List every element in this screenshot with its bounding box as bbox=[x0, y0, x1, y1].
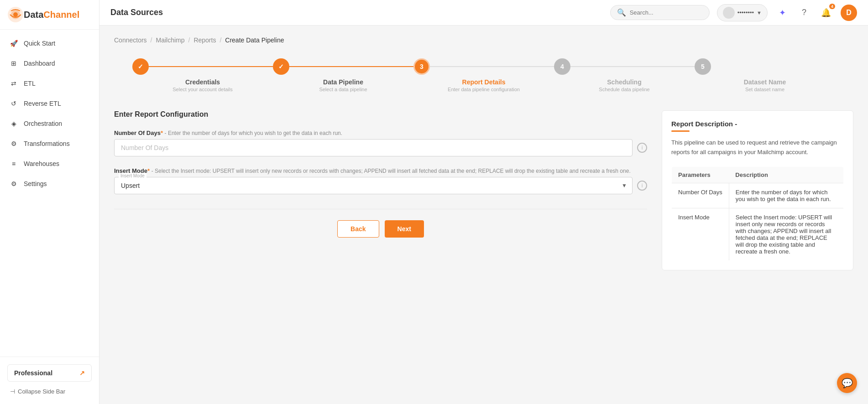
sidebar-item-label: Dashboard bbox=[24, 60, 55, 67]
step-3-line bbox=[430, 66, 554, 67]
settings-icon: ⚙ bbox=[9, 179, 18, 188]
search-box[interactable]: 🔍 bbox=[610, 5, 710, 20]
sidebar-item-label: Transformations bbox=[24, 140, 70, 147]
etl-icon: ⇄ bbox=[9, 79, 18, 88]
form-actions: Back Next bbox=[114, 220, 647, 238]
param-desc: Select the Insert mode: UPSERT will inse… bbox=[729, 208, 843, 260]
sparkle-icon: ✦ bbox=[779, 8, 786, 18]
step-3-label: Report Details bbox=[448, 78, 520, 86]
breadcrumb-mailchimp[interactable]: Mailchimp bbox=[156, 36, 184, 44]
sidebar-item-label: Reverse ETL bbox=[24, 100, 61, 107]
notifications-button[interactable]: 🔔 4 bbox=[819, 5, 833, 20]
topbar-right: 🔍 •••••••• ▼ ✦ ? 🔔 4 D bbox=[610, 4, 857, 21]
insert-mode-info-icon[interactable]: i bbox=[637, 181, 647, 191]
sparkle-button[interactable]: ✦ bbox=[775, 5, 790, 20]
professional-badge[interactable]: Professional ↗ bbox=[7, 364, 92, 382]
insert-mode-label: Insert Mode* - Select the Insert mode: U… bbox=[114, 167, 647, 174]
sidebar-item-reverse-etl[interactable]: ↺ Reverse ETL bbox=[0, 93, 99, 114]
sidebar-item-transformations[interactable]: ⚙ Transformations bbox=[0, 134, 99, 154]
step-4-circle: 4 bbox=[554, 58, 570, 75]
step-2-label: Data Pipeline bbox=[319, 78, 367, 86]
param-name: Insert Mode bbox=[672, 208, 729, 260]
step-2-desc: Select a data pipeline bbox=[319, 87, 367, 92]
bell-icon: 🔔 bbox=[821, 8, 831, 18]
sidebar-item-etl[interactable]: ⇄ ETL bbox=[0, 73, 99, 93]
table-row: Number Of Days Enter the number of days … bbox=[672, 183, 844, 208]
topbar: Data Sources 🔍 •••••••• ▼ ✦ ? 🔔 4 D bbox=[99, 0, 868, 26]
step-1-line bbox=[149, 66, 273, 67]
grid-icon: ⊞ bbox=[9, 59, 18, 68]
help-icon: ? bbox=[802, 8, 806, 17]
sidebar-item-label: Warehouses bbox=[24, 160, 59, 167]
help-button[interactable]: ? bbox=[797, 5, 811, 20]
logo-channel-text: Channel bbox=[43, 10, 79, 20]
collapse-label: Collapse Side Bar bbox=[18, 388, 65, 395]
main-content: Data Sources 🔍 •••••••• ▼ ✦ ? 🔔 4 D bbox=[99, 0, 868, 404]
user-account-dropdown[interactable]: •••••••• ▼ bbox=[717, 4, 768, 21]
sidebar-item-label: ETL bbox=[24, 80, 36, 87]
search-input[interactable] bbox=[630, 9, 703, 16]
notifications-badge: 4 bbox=[829, 4, 835, 9]
form-section-title: Enter Report Configuration bbox=[114, 110, 647, 119]
rocket-icon: 🚀 bbox=[9, 39, 18, 48]
sidebar-footer: Professional ↗ ⊣ Collapse Side Bar bbox=[0, 357, 99, 404]
number-of-days-label: Number Of Days* - Enter the number of da… bbox=[114, 129, 647, 136]
external-link-icon: ↗ bbox=[79, 369, 85, 377]
number-of-days-group: Number Of Days* - Enter the number of da… bbox=[114, 129, 647, 156]
step-5-label: Dataset Name bbox=[744, 78, 786, 86]
sidebar-item-label: Quick Start bbox=[24, 40, 55, 47]
params-col-header: Parameters bbox=[672, 166, 729, 183]
step-4-desc: Schedule data pipeline bbox=[599, 87, 649, 92]
chat-icon: 💬 bbox=[842, 378, 853, 388]
page-title: Data Sources bbox=[110, 8, 163, 17]
step-3-desc: Enter data pipeline configuration bbox=[448, 87, 520, 92]
content-area: Connectors / Mailchimp / Reports / Creat… bbox=[99, 26, 868, 404]
sidebar-item-quick-start[interactable]: 🚀 Quick Start bbox=[0, 33, 99, 53]
number-of-days-input[interactable] bbox=[114, 139, 633, 156]
form-divider bbox=[114, 209, 647, 209]
insert-mode-group: Insert Mode* - Select the Insert mode: U… bbox=[114, 167, 647, 194]
chevron-down-icon: ▼ bbox=[757, 10, 762, 16]
right-panel: Report Description - This pipeline can b… bbox=[662, 110, 853, 270]
logo: DataChannel bbox=[0, 0, 99, 30]
sidebar-item-label: Settings bbox=[24, 180, 47, 187]
breadcrumb-reports[interactable]: Reports bbox=[193, 36, 216, 44]
step-dataset-name: 5 Dataset Name Set dataset name bbox=[695, 58, 835, 92]
step-data-pipeline: ✓ Data Pipeline Select a data pipeline bbox=[273, 58, 413, 92]
user-avatar-sm bbox=[723, 7, 735, 19]
steps-container: ✓ Credentials Select your account detail… bbox=[114, 58, 853, 92]
sidebar-item-orchestration[interactable]: ◈ Orchestration bbox=[0, 114, 99, 134]
chat-bubble-button[interactable]: 💬 bbox=[837, 373, 857, 393]
report-description-card: Report Description - This pipeline can b… bbox=[662, 110, 853, 270]
step-4-label: Scheduling bbox=[599, 78, 649, 86]
step-credentials: ✓ Credentials Select your account detail… bbox=[132, 58, 273, 92]
next-button[interactable]: Next bbox=[385, 220, 424, 238]
logo-data-text: Data bbox=[24, 10, 43, 20]
sidebar-item-label: Orchestration bbox=[24, 120, 62, 127]
sidebar: DataChannel 🚀 Quick Start ⊞ Dashboard ⇄ … bbox=[0, 0, 99, 404]
report-description-underline bbox=[671, 130, 690, 132]
param-desc: Enter the number of days for which you w… bbox=[729, 183, 843, 208]
param-name: Number Of Days bbox=[672, 183, 729, 208]
sidebar-item-settings[interactable]: ⚙ Settings bbox=[0, 174, 99, 194]
step-5-desc: Set dataset name bbox=[744, 87, 786, 92]
sidebar-item-dashboard[interactable]: ⊞ Dashboard bbox=[0, 53, 99, 73]
breadcrumb-connectors[interactable]: Connectors bbox=[114, 36, 147, 44]
step-scheduling: 4 Scheduling Schedule data pipeline bbox=[554, 58, 695, 92]
number-of-days-info-icon[interactable]: i bbox=[637, 143, 647, 153]
collapse-sidebar-button[interactable]: ⊣ Collapse Side Bar bbox=[7, 386, 92, 397]
main-form-area: Enter Report Configuration Number Of Day… bbox=[114, 110, 853, 270]
logo-icon bbox=[7, 6, 24, 23]
user-avatar[interactable]: D bbox=[841, 5, 857, 21]
sidebar-item-warehouses[interactable]: ≡ Warehouses bbox=[0, 154, 99, 174]
svg-point-2 bbox=[13, 12, 18, 17]
orchestration-icon: ◈ bbox=[9, 119, 18, 128]
transformations-icon: ⚙ bbox=[9, 139, 18, 148]
insert-mode-select-wrapper: Insert Mode Upsert Append Replace ▼ bbox=[114, 177, 633, 194]
back-button[interactable]: Back bbox=[337, 220, 379, 238]
description-col-header: Description bbox=[729, 166, 843, 183]
username: •••••••• bbox=[737, 9, 754, 16]
insert-mode-floating-label: Insert Mode bbox=[119, 173, 146, 178]
reverse-etl-icon: ↺ bbox=[9, 99, 18, 108]
insert-mode-select[interactable]: Upsert Append Replace bbox=[114, 177, 633, 194]
